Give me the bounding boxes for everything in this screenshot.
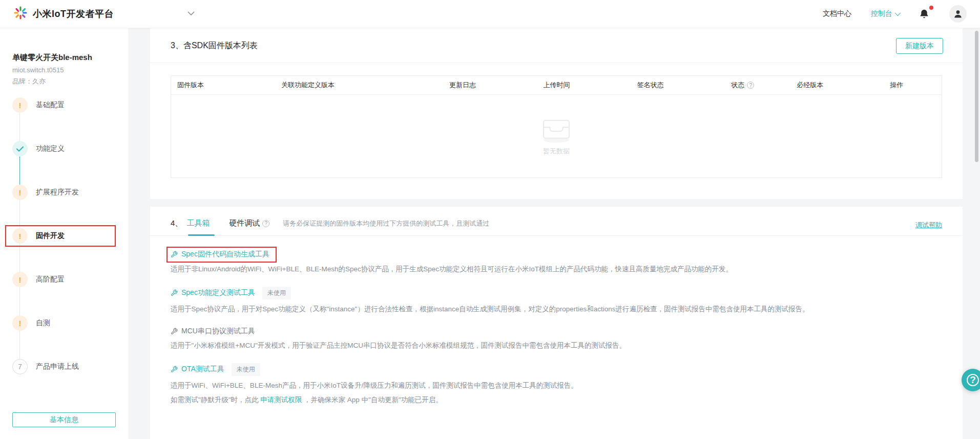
topbar-right: 文档中心 控制台: [823, 5, 967, 23]
firmware-table: 固件版本 关联功能定义版本 更新日志 上传时间 签名状态 状态 ? 必经版本 操…: [171, 75, 942, 178]
tab-hardware-debug[interactable]: 硬件调试 ?: [229, 218, 269, 228]
sidebar-item-basic-config[interactable]: ! 基础配置: [12, 97, 116, 113]
tool-name: MCU串口协议测试工具: [181, 327, 255, 336]
console-label: 控制台: [871, 9, 892, 18]
unused-badge: 未使用: [232, 363, 260, 376]
floating-help-button[interactable]: ?: [962, 369, 980, 391]
sidebar-item-function-definition[interactable]: 功能定义: [12, 141, 116, 156]
product-model: miot.switch.t0515: [12, 66, 116, 74]
doc-center-link[interactable]: 文档中心: [823, 9, 851, 18]
col-actions: 操作: [884, 81, 942, 90]
console-menu[interactable]: 控制台: [871, 9, 899, 18]
unused-badge: 未使用: [262, 287, 291, 300]
warning-icon: !: [12, 97, 28, 113]
warning-icon: !: [12, 228, 28, 244]
col-linked-spec-version: 关联功能定义版本: [275, 81, 443, 90]
avatar[interactable]: [949, 5, 967, 23]
question-circle-icon[interactable]: ?: [747, 82, 754, 89]
step-label: 基础配置: [36, 101, 65, 110]
wrench-icon: [171, 366, 178, 373]
sidebar-item-extension-dev[interactable]: ! 扩展程序开发: [12, 185, 116, 200]
tool-desc: 适用于非Linux/Android的WiFi、WiFi+BLE、BLE-Mesh…: [171, 264, 942, 275]
tool-desc: 适用于"小米标准模组+MCU"开发模式，用于验证产品主控MCU串口协议是否符合小…: [171, 341, 942, 351]
notifications-button[interactable]: [919, 8, 930, 19]
col-signature-status: 签名状态: [631, 81, 725, 90]
sidebar-item-advanced-config[interactable]: ! 高阶配置: [12, 272, 116, 287]
tab-toolbox[interactable]: 工具箱: [186, 218, 210, 228]
xiaomi-iot-logo-icon: [13, 6, 28, 22]
tool-spec-code-generator: Spec固件代码自动生成工具 适用于非Linux/Android的WiFi、Wi…: [171, 250, 942, 275]
new-version-button[interactable]: 新建版本: [896, 38, 943, 54]
tool-name: OTA测试工具: [181, 365, 224, 374]
tool-link-spec-code-generator[interactable]: Spec固件代码自动生成工具: [171, 250, 269, 259]
step-number: 7: [12, 359, 28, 374]
vertical-scrollbar[interactable]: [975, 31, 978, 162]
annotation-red-box: Spec固件代码自动生成工具: [166, 247, 277, 263]
step-connector: [19, 244, 20, 272]
chevron-down-icon: [895, 10, 901, 16]
wrench-icon: [171, 328, 178, 335]
empty-state: 暂无数据: [171, 95, 942, 177]
apply-test-permission-link[interactable]: 申请测试权限: [260, 396, 302, 404]
step-label: 产品申请上线: [36, 362, 79, 371]
section-title: 3、含SDK固件版本列表: [171, 41, 258, 51]
product-info: 单键零火开关ble-mesh miot.switch.t0515 品牌：久亦: [0, 28, 128, 86]
user-icon: [953, 9, 963, 19]
extra-suffix: ，并确保米家 App 中"自动更新"功能已开启。: [302, 396, 442, 404]
tool-link-mcu-serial-test[interactable]: MCU串口协议测试工具: [171, 327, 255, 336]
warning-icon: !: [12, 315, 28, 331]
wrench-icon: [171, 251, 178, 258]
table-header-row: 固件版本 关联功能定义版本 更新日志 上传时间 签名状态 状态 ? 必经版本 操…: [171, 76, 942, 95]
step-connector: [19, 331, 20, 359]
step-connector: [19, 287, 20, 315]
section-number: 4、: [171, 218, 182, 228]
topbar: 小米IoT开发者平台 文档中心 控制台: [0, 0, 980, 28]
step-connector: [19, 113, 20, 141]
product-brand: 品牌：久亦: [12, 77, 116, 86]
basic-info-button[interactable]: 基本信息: [12, 412, 116, 427]
question-circle-icon[interactable]: ?: [262, 220, 269, 227]
tool-desc: 适用于Spec协议产品，用于对Spec功能定义（又称"instance"）进行合…: [171, 304, 942, 315]
sidebar-item-firmware-dev[interactable]: ! 固件开发: [12, 228, 116, 244]
debug-help-link[interactable]: 调试帮助: [915, 221, 942, 230]
tool-ota-test: OTA测试工具 未使用 适用于WiFi、WiFi+BLE、BLE-Mesh产品，…: [171, 363, 942, 406]
tool-extra-note: 如需测试"静默升级"时，点此 申请测试权限 ，并确保米家 App 中"自动更新"…: [171, 395, 942, 406]
warning-icon: !: [12, 272, 28, 287]
help-icon: ?: [967, 374, 979, 386]
active-tab-underline: [188, 234, 215, 236]
product-name: 单键零火开关ble-mesh: [12, 53, 116, 63]
step-label: 功能定义: [36, 144, 65, 153]
col-upload-time: 上传时间: [537, 81, 631, 90]
extra-prefix: 如需测试"静默升级"时，点此: [171, 396, 260, 404]
tool-list: Spec固件代码自动生成工具 适用于非Linux/Android的WiFi、Wi…: [150, 236, 963, 406]
toolbox-section: 4、 工具箱 硬件调试 ? 请务必保证提测的固件版本均使用过下方提供的测试工具，…: [150, 207, 963, 439]
check-icon: [12, 141, 28, 156]
product-switcher-chevron-down-icon[interactable]: [187, 9, 195, 18]
inbox-icon: [540, 117, 572, 144]
app-title: 小米IoT开发者平台: [33, 8, 114, 20]
sidebar-item-self-test[interactable]: ! 自测: [12, 315, 116, 331]
toolbox-note: 请务必保证提测的固件版本均使用过下方提供的测试工具，且测试通过: [283, 219, 489, 228]
tool-link-ota-test[interactable]: OTA测试工具: [171, 365, 224, 374]
firmware-version-section: 3、含SDK固件版本列表 新建版本 固件版本 关联功能定义版本 更新日志 上传时…: [150, 28, 963, 199]
tool-name: Spec固件代码自动生成工具: [181, 250, 269, 259]
col-status-label: 状态: [731, 81, 744, 90]
notification-dot: [929, 6, 933, 10]
col-status: 状态 ?: [725, 81, 790, 90]
tool-desc: 适用于WiFi、WiFi+BLE、BLE-Mesh产品，用于小米IoT设备升/降…: [171, 381, 942, 391]
step-nav: ! 基础配置 功能定义 ! 扩展程序开发 ! 固件开发 ! 高阶配置 !: [12, 97, 116, 374]
bell-icon: [919, 8, 930, 19]
tool-spec-definition-test: Spec功能定义测试工具 未使用 适用于Spec协议产品，用于对Spec功能定义…: [171, 287, 942, 315]
divider: [150, 235, 963, 236]
tool-link-spec-definition-test[interactable]: Spec功能定义测试工具: [171, 288, 255, 297]
col-changelog: 更新日志: [443, 81, 537, 90]
tool-name: Spec功能定义测试工具: [181, 288, 255, 297]
col-required-version: 必经版本: [790, 81, 884, 90]
tab-hardware-debug-label: 硬件调试: [229, 218, 260, 228]
step-label: 自测: [36, 318, 50, 328]
divider: [150, 63, 963, 63]
tool-mcu-serial-test: MCU串口协议测试工具 适用于"小米标准模组+MCU"开发模式，用于验证产品主控…: [171, 327, 942, 351]
step-label: 高阶配置: [36, 275, 65, 284]
sidebar-item-product-launch[interactable]: 7 产品申请上线: [12, 359, 116, 374]
warning-icon: !: [12, 185, 28, 200]
